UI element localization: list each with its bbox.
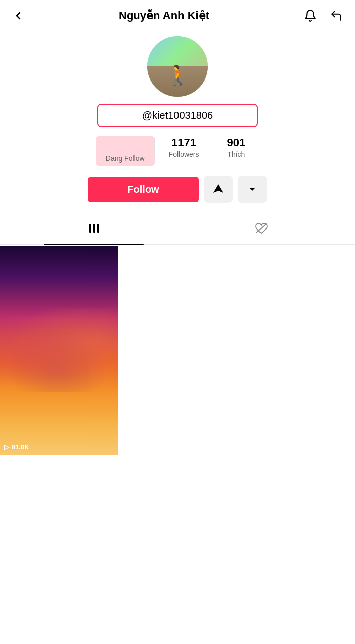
video-play-row: ▷ 81,0K	[4, 443, 29, 451]
stat-following-label: Đang Follow	[106, 154, 145, 163]
stat-followers-label: Followers	[169, 150, 199, 158]
tab-videos[interactable]	[10, 215, 178, 244]
tabs-row	[0, 215, 355, 245]
svg-rect-2	[89, 224, 91, 233]
stat-likes: 901 Thích	[213, 136, 260, 158]
back-button[interactable]	[10, 8, 26, 24]
svg-rect-3	[93, 224, 95, 233]
nav-left	[10, 8, 26, 24]
action-row: Follow	[88, 176, 267, 203]
stat-followers: 1171 Followers	[155, 136, 213, 158]
follow-button[interactable]: Follow	[88, 177, 199, 202]
profile-section: @kiet10031806 Đang Follow 1171 Followers…	[0, 31, 355, 215]
stat-likes-label: Thích	[227, 150, 245, 158]
top-nav: Nguyễn Anh Kiệt	[0, 0, 355, 31]
svg-marker-0	[213, 184, 223, 193]
page-title: Nguyễn Anh Kiệt	[26, 9, 302, 22]
more-options-button[interactable]	[238, 176, 267, 203]
play-icon: ▷	[4, 443, 9, 451]
share-button[interactable]	[328, 7, 345, 24]
stat-followers-number: 1171	[171, 136, 196, 149]
avatar-image	[147, 36, 208, 97]
view-count: 81,0K	[12, 443, 29, 451]
username-box: @kiet10031806	[97, 104, 258, 127]
username-text: @kiet10031806	[142, 110, 213, 121]
video-preview-image	[0, 246, 118, 455]
svg-marker-1	[249, 188, 255, 191]
stats-row: Đang Follow 1171 Followers 901 Thích	[62, 136, 293, 166]
nav-right	[302, 7, 345, 24]
grid-icon	[88, 223, 100, 237]
send-message-button[interactable]	[204, 176, 233, 203]
stat-likes-number: 901	[227, 136, 246, 149]
video-thumbnail[interactable]: ▷ 81,0K	[0, 246, 118, 455]
svg-rect-4	[97, 224, 99, 233]
notification-button[interactable]	[302, 7, 319, 24]
tab-liked[interactable]	[178, 215, 345, 244]
avatar[interactable]	[147, 36, 208, 97]
stat-following: Đang Follow	[96, 136, 155, 166]
video-grid: ▷ 81,0K	[0, 245, 355, 456]
liked-icon	[254, 222, 269, 238]
